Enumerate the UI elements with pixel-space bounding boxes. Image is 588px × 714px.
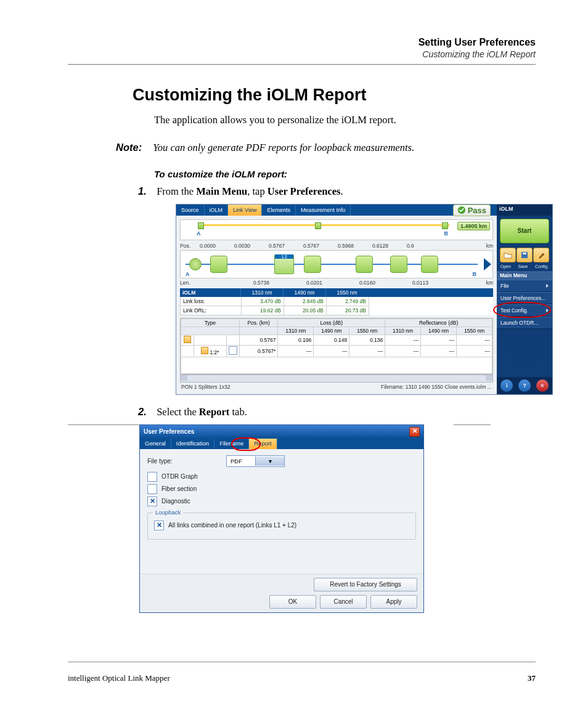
event-icon[interactable] xyxy=(189,258,202,270)
section-title: Customizing the iOLM Report xyxy=(68,49,536,59)
tab-iolm[interactable]: iOLM xyxy=(205,205,229,216)
cancel-button[interactable]: Cancel xyxy=(320,595,367,609)
running-head: Setting User Preferences Customizing the… xyxy=(68,37,536,59)
chapter-title: Setting User Preferences xyxy=(68,37,536,48)
note-label: Note: xyxy=(116,140,150,154)
step-number: 1. xyxy=(138,185,154,197)
group-title: Loopback xyxy=(153,509,183,516)
tab-elements[interactable]: Elements xyxy=(262,205,296,216)
horizontal-scrollbar[interactable] xyxy=(180,375,493,383)
menu-item-file[interactable]: File xyxy=(497,280,552,292)
checkbox-icon[interactable] xyxy=(147,484,157,494)
tab-identification[interactable]: Identification xyxy=(171,439,214,449)
marker-b-label: B xyxy=(473,271,477,277)
main-menu-header: Main Menu xyxy=(497,271,552,280)
step-number: 2. xyxy=(138,406,154,418)
step-2: 2. Select the Report tab. xyxy=(154,406,536,418)
screenshot-user-preferences: User Preferences ✕ General Identificatio… xyxy=(136,424,468,613)
chevron-right-icon xyxy=(546,284,549,288)
tab-report[interactable]: Report xyxy=(249,439,277,449)
event-strip[interactable]: A B xyxy=(180,250,493,278)
link-loss-row: Link loss: 3.470 dB 2.845 dB 2.749 dB xyxy=(180,297,493,306)
file-type-select[interactable]: PDF ▾ xyxy=(226,455,285,467)
info-button[interactable]: i xyxy=(500,379,513,392)
checkbox-otdr-graph[interactable]: OTDR Graph xyxy=(147,472,416,482)
ruler-marker[interactable] xyxy=(198,222,204,229)
menu-item-test-config[interactable]: Test Config. xyxy=(497,304,552,317)
menu-item-user-preferences[interactable]: User Preferences... xyxy=(497,292,552,304)
event-icon[interactable] xyxy=(210,256,227,273)
table-row[interactable]: 0.5767 0.196 0.148 0.136 --- --- --- xyxy=(181,335,492,345)
dialog-title: User Preferences xyxy=(144,428,194,435)
ruler-marker[interactable] xyxy=(315,222,321,229)
checkbox-diagnostic[interactable]: ✕ Diagnostic xyxy=(147,497,416,506)
help-button[interactable]: ? xyxy=(518,379,531,392)
open-button[interactable] xyxy=(500,248,516,262)
config-button[interactable] xyxy=(533,248,549,262)
status-filename: Filename: 1310 1490 1550 Close events.io… xyxy=(381,384,492,390)
checkbox-fiber-section[interactable]: Fiber section xyxy=(147,484,416,494)
event-type-icon xyxy=(184,336,191,343)
apply-button[interactable]: Apply xyxy=(370,595,417,609)
event-icon[interactable] xyxy=(421,256,438,273)
step-1: 1. From the Main Menu, tap User Preferen… xyxy=(154,185,536,198)
check-icon xyxy=(457,206,466,214)
svg-rect-2 xyxy=(523,253,526,254)
overview-ruler[interactable]: A B 1.4905 km xyxy=(180,219,493,240)
page-footer: intelligent Optical Link Mapper 37 xyxy=(68,673,536,683)
marker-a-label: A xyxy=(186,271,190,277)
link-orl-row: Link ORL: 19.62 dB 20.05 dB 20.73 dB xyxy=(180,306,493,315)
page-title: Customizing the iOLM Report xyxy=(133,86,536,105)
intro-paragraph: The application allows you to personaliz… xyxy=(154,113,536,127)
tab-general[interactable]: General xyxy=(140,439,171,449)
close-app-button[interactable]: × xyxy=(536,379,549,392)
ruler-marker[interactable] xyxy=(442,222,448,229)
folder-icon xyxy=(504,251,512,259)
event-icon[interactable] xyxy=(390,256,407,273)
menu-item-launch-otdr[interactable]: Launch OTDR... xyxy=(497,317,552,329)
file-type-label: File type: xyxy=(147,458,220,465)
top-tabs: Source iOLM Link View Elements Measureme… xyxy=(176,205,497,216)
scroll-right-icon[interactable] xyxy=(484,258,491,270)
status-bar: PON 1 Splitters 1x32 Filename: 1310 1490… xyxy=(176,383,497,391)
event-icon[interactable] xyxy=(356,256,373,273)
status-left: PON 1 Splitters 1x32 xyxy=(181,384,230,390)
checkbox-icon[interactable]: ✕ xyxy=(154,521,164,530)
tab-link-view[interactable]: Link View xyxy=(228,205,262,216)
header-rule xyxy=(68,64,536,65)
chevron-right-icon xyxy=(546,309,549,312)
length-row: Len. 0.5738 0.0201 0.0160 0.0113 km xyxy=(180,280,493,286)
preference-tabs: General Identification Filename Report xyxy=(140,439,423,449)
tab-source[interactable]: Source xyxy=(176,205,205,216)
floppy-icon xyxy=(521,251,528,259)
checkbox-all-links[interactable]: ✕ All links combined in one report (Link… xyxy=(154,521,409,530)
checkbox-icon[interactable] xyxy=(147,472,157,482)
start-button[interactable]: Start xyxy=(500,219,549,243)
wavelength-header: iOLM 1310 nm 1490 nm 1550 nm xyxy=(180,288,493,297)
scroll-left-icon[interactable] xyxy=(181,375,187,381)
table-row[interactable]: 1:2* 0.5767* --- --- --- --- --- --- xyxy=(181,345,492,357)
close-icon[interactable]: ✕ xyxy=(409,427,420,437)
checkbox-icon[interactable]: ✕ xyxy=(147,497,157,506)
revert-button[interactable]: Revert to Factory Settings xyxy=(314,578,417,591)
tab-measurement-info[interactable]: Measurement Info xyxy=(296,205,351,216)
file-type-value: PDF xyxy=(227,458,255,465)
chevron-down-icon[interactable]: ▾ xyxy=(255,456,284,466)
footer-product: intelligent Optical Link Mapper xyxy=(68,673,170,683)
ok-button[interactable]: OK xyxy=(269,595,316,609)
total-length-badge: 1.4905 km xyxy=(457,222,490,230)
scroll-right-icon[interactable] xyxy=(486,375,492,381)
events-grid[interactable]: Type Pos. (km) Loss (dB) Reflectance (dB… xyxy=(180,318,493,375)
loopback-group: Loopback ✕ All links combined in one rep… xyxy=(147,513,416,540)
dialog-titlebar[interactable]: User Preferences ✕ xyxy=(140,425,423,439)
pass-badge: Pass xyxy=(453,205,491,216)
event-icon[interactable] xyxy=(304,256,321,273)
dropdown-icon[interactable] xyxy=(229,346,237,355)
file-type-row: File type: PDF ▾ xyxy=(147,455,416,467)
splitter-icon[interactable] xyxy=(274,254,294,274)
tab-filename[interactable]: Filename xyxy=(214,439,249,449)
footer-rule xyxy=(68,662,536,662)
page-number: 37 xyxy=(528,673,536,683)
note: Note: You can only generate PDF reports … xyxy=(116,140,536,155)
save-button[interactable] xyxy=(517,248,533,262)
